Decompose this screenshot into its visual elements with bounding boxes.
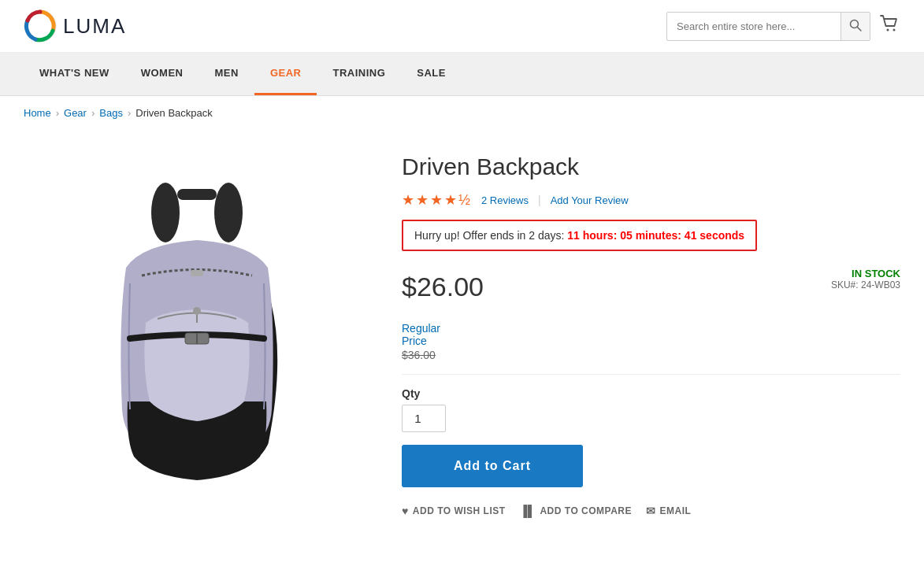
search-button[interactable] [841, 13, 870, 40]
review-count-link[interactable]: 2 Reviews [481, 194, 529, 206]
product-stars: ★★★★½ [402, 191, 472, 209]
price-section: $26.00 [402, 272, 900, 302]
nav-link-women[interactable]: Women [125, 53, 199, 93]
cart-button[interactable] [878, 13, 900, 39]
svg-point-5 [151, 183, 180, 242]
product-title: Driven Backpack [402, 154, 900, 180]
stock-status: IN STOCK [852, 268, 900, 279]
nav: What's New Women Men Gear Training Sale [0, 53, 924, 96]
svg-point-4 [893, 29, 896, 31]
search-input[interactable] [667, 14, 841, 39]
nav-link-gear[interactable]: Gear [254, 53, 317, 95]
review-separator: | [538, 194, 541, 206]
add-to-compare-link[interactable]: ▐▌ ADD TO COMPARE [520, 505, 632, 517]
nav-link-training[interactable]: Training [317, 53, 401, 93]
sku: SKU#: 24-WB03 [831, 279, 900, 290]
breadcrumb-bags[interactable]: Bags [99, 107, 123, 119]
logo-icon [24, 9, 57, 43]
offer-label: Hurry up! Offer ends in 2 days: [414, 229, 564, 242]
offer-banner: Hurry up! Offer ends in 2 days: 11 hours… [402, 220, 757, 251]
qty-section: Qty [402, 387, 900, 432]
breadcrumb-sep-2: › [91, 107, 95, 119]
nav-item-training[interactable]: Training [317, 53, 401, 95]
stock-sku-section: IN STOCK SKU#: 24-WB03 [831, 268, 900, 290]
svg-point-3 [887, 29, 889, 31]
breadcrumb-gear[interactable]: Gear [64, 107, 87, 119]
product-info: Driven Backpack ★★★★½ 2 Reviews | Add Yo… [402, 146, 900, 517]
svg-rect-10 [191, 270, 203, 276]
regular-label: Regular Price [402, 322, 900, 347]
nav-item-men[interactable]: Men [199, 53, 254, 95]
offer-time: 11 hours: 05 minutes: 41 seconds [567, 229, 744, 242]
divider [402, 374, 900, 375]
email-link[interactable]: ✉ EMAIL [646, 505, 691, 517]
breadcrumb-sep-1: › [56, 107, 59, 119]
nav-link-men[interactable]: Men [199, 53, 254, 93]
logo[interactable]: LUMA [24, 9, 126, 43]
breadcrumb: Home › Gear › Bags › Driven Backpack [0, 96, 924, 130]
search-icon [849, 19, 862, 31]
main-content: Driven Backpack ★★★★½ 2 Reviews | Add Yo… [0, 130, 924, 549]
add-review-link[interactable]: Add Your Review [551, 194, 629, 206]
product-image [47, 154, 347, 516]
qty-label: Qty [402, 387, 900, 400]
breadcrumb-sep-3: › [128, 107, 131, 119]
cart-icon [878, 13, 900, 35]
product-image-section [24, 146, 370, 517]
header: LUMA [0, 0, 924, 53]
svg-rect-7 [177, 189, 217, 200]
svg-point-8 [193, 307, 201, 315]
action-links: ♥ ADD TO WISH LIST ▐▌ ADD TO COMPARE ✉ E… [402, 501, 900, 517]
compare-icon: ▐▌ [520, 505, 536, 517]
nav-item-whats-new[interactable]: What's New [24, 53, 125, 95]
svg-line-2 [858, 27, 862, 31]
nav-link-whats-new[interactable]: What's New [24, 53, 125, 93]
add-to-wishlist-link[interactable]: ♥ ADD TO WISH LIST [402, 505, 506, 517]
email-icon: ✉ [646, 505, 656, 517]
qty-input[interactable] [402, 405, 446, 432]
rating-section: ★★★★½ 2 Reviews | Add Your Review [402, 191, 900, 209]
current-price: $26.00 [402, 272, 484, 301]
heart-icon: ♥ [402, 505, 409, 517]
backpack-svg [63, 165, 331, 504]
breadcrumb-home[interactable]: Home [24, 107, 51, 119]
sku-value: 24-WB03 [861, 279, 900, 290]
nav-item-gear[interactable]: Gear [254, 53, 317, 95]
svg-point-6 [214, 183, 243, 242]
regular-price-section: Regular Price $36.00 [402, 322, 900, 361]
regular-price: $36.00 [402, 349, 900, 361]
nav-item-women[interactable]: Women [125, 53, 199, 95]
nav-link-sale[interactable]: Sale [401, 53, 462, 93]
sku-label: SKU#: [831, 279, 859, 290]
add-to-cart-button[interactable]: Add to Cart [402, 445, 583, 487]
search-bar [666, 12, 870, 41]
price-area: $26.00 IN STOCK SKU#: 24-WB03 [402, 272, 900, 319]
header-right [666, 12, 900, 41]
logo-text: LUMA [63, 14, 126, 39]
nav-item-sale[interactable]: Sale [401, 53, 462, 95]
breadcrumb-current: Driven Backpack [135, 107, 213, 119]
